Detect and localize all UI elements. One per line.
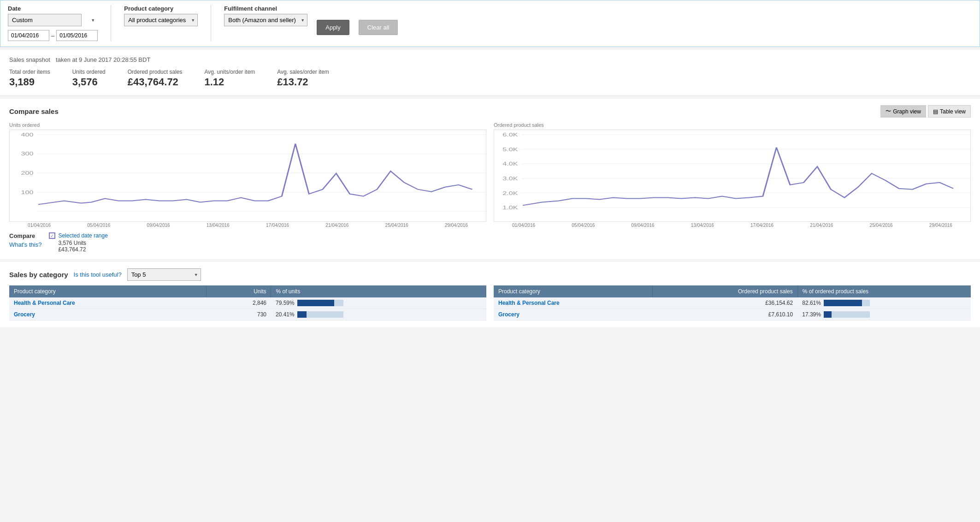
snapshot-section: Sales snapshot taken at 9 June 2017 20:2… — [0, 50, 980, 96]
units-cell: 2,846 — [207, 297, 271, 309]
category-link[interactable]: Grocery — [498, 311, 520, 318]
svg-text:300: 300 — [21, 151, 34, 157]
bar-background — [297, 300, 343, 306]
legend-sales: £43,764.72 — [58, 246, 107, 253]
bar-background — [824, 300, 870, 306]
units-chart-svg: 400 300 200 100 — [10, 130, 486, 221]
clear-all-button[interactable]: Clear all — [359, 20, 398, 35]
metric-label-ordered-product-sales: Ordered product sales — [128, 69, 183, 75]
svg-text:4.0K: 4.0K — [502, 161, 518, 167]
top-dropdown-wrapper[interactable]: Top 5 Top 10 — [127, 268, 201, 281]
metric-avg-units: Avg. units/order item 1.12 — [204, 69, 255, 88]
legend-label-link[interactable]: Selected date range — [58, 232, 107, 239]
compare-label: Compare — [9, 232, 41, 239]
table-row: Grocery 730 20.41% — [9, 309, 486, 320]
bar-fill — [824, 300, 862, 306]
snapshot-metrics: Total order items 3,189 Units ordered 3,… — [9, 69, 971, 88]
svg-text:3.0K: 3.0K — [502, 176, 518, 182]
bar-fill — [297, 300, 334, 306]
date-separator: – — [51, 32, 54, 39]
table-view-label: Table view — [940, 108, 966, 115]
metric-label-total-order-items: Total order items — [9, 69, 50, 75]
bar-background — [297, 311, 343, 318]
units-chart-x-axis: 01/04/2016 05/04/2016 09/04/2016 13/04/2… — [9, 222, 486, 228]
category-cell: Health & Personal Care — [494, 297, 652, 309]
metric-units-ordered: Units ordered 3,576 — [72, 69, 106, 88]
compare-left-legend: Compare What's this? ✓ Selected date ran… — [9, 232, 490, 253]
bar-background — [824, 311, 870, 318]
date-filter-group: Date Custom – — [8, 5, 98, 41]
metric-value-total-order-items: 3,189 — [9, 76, 50, 88]
metric-value-avg-sales: £13.72 — [277, 76, 329, 88]
category-link[interactable]: Health & Personal Care — [498, 300, 560, 306]
svg-text:100: 100 — [21, 189, 34, 195]
sales-chart-container: Ordered product sales 6.0K 5.0K 4.0K 3.0… — [494, 122, 971, 228]
table-view-button[interactable]: ▤ Table view — [928, 105, 971, 118]
metric-label-units-ordered: Units ordered — [72, 69, 106, 75]
metric-value-ordered-product-sales: £43,764.72 — [128, 76, 183, 88]
fulfilment-label: Fulfilment channel — [224, 5, 307, 12]
filter-divider-2 — [211, 5, 211, 41]
filter-bar: Date Custom – Product category All produ… — [0, 0, 980, 47]
metric-total-order-items: Total order items 3,189 — [9, 69, 50, 88]
date-label: Date — [8, 5, 98, 12]
sales-chart-x-axis: 01/04/2016 05/04/2016 09/04/2016 13/04/2… — [494, 222, 971, 228]
units-chart-area: 400 300 200 100 — [9, 130, 486, 222]
graph-view-icon: 〜 — [886, 107, 891, 115]
date-range-row: – — [8, 30, 98, 41]
date-start-input[interactable] — [8, 30, 49, 41]
svg-text:200: 200 — [21, 170, 34, 176]
sales-cell: £36,154.62 — [652, 297, 797, 309]
metric-label-avg-units: Avg. units/order item — [204, 69, 255, 75]
fulfilment-select-wrapper[interactable]: Both (Amazon and seller) — [224, 14, 307, 26]
svg-text:6.0K: 6.0K — [502, 132, 518, 138]
product-category-select[interactable]: All product categories — [124, 14, 198, 26]
apply-button[interactable]: Apply — [317, 20, 349, 35]
category-cell: Health & Personal Care — [9, 297, 207, 309]
category-link[interactable]: Health & Personal Care — [14, 300, 75, 306]
bar-fill — [297, 311, 307, 318]
table-row: Health & Personal Care £36,154.62 82.61% — [494, 297, 971, 309]
category-tables-row: Product category Units % of units Health… — [9, 285, 971, 320]
view-toggle: 〜 Graph view ▤ Table view — [880, 105, 971, 118]
units-category-table: Product category Units % of units Health… — [9, 285, 486, 320]
pct-cell: 17.39% — [797, 309, 971, 320]
legend-section: ✓ Selected date range 3,576 Units £43,76… — [49, 232, 107, 253]
units-cell: 730 — [207, 309, 271, 320]
metric-label-avg-sales: Avg. sales/order item — [277, 69, 329, 75]
graph-view-label: Graph view — [893, 108, 921, 115]
charts-row: Units ordered 400 300 200 100 — [9, 122, 971, 228]
category-link[interactable]: Grocery — [14, 311, 35, 318]
snapshot-title: Sales snapshot taken at 9 June 2017 20:2… — [9, 55, 971, 63]
pct-cell: 79.59% — [271, 297, 486, 309]
table-row: Grocery £7,610.10 17.39% — [494, 309, 971, 320]
sales-table-header-pct: % of ordered product sales — [797, 285, 971, 297]
units-table-header-units: Units — [207, 285, 271, 297]
sales-chart-axis-label: Ordered product sales — [494, 122, 971, 128]
sales-chart-area: 6.0K 5.0K 4.0K 3.0K 2.0K 1.0K — [494, 130, 971, 222]
fulfilment-select[interactable]: Both (Amazon and seller) — [224, 14, 307, 26]
whats-this-link[interactable]: What's this? — [9, 241, 41, 248]
units-table-header-category: Product category — [9, 285, 207, 297]
sales-table-header-sales: Ordered product sales — [652, 285, 797, 297]
date-end-input[interactable] — [56, 30, 98, 41]
useful-link[interactable]: Is this tool useful? — [74, 271, 122, 278]
svg-text:5.0K: 5.0K — [502, 146, 518, 152]
date-select[interactable]: Custom — [8, 14, 82, 26]
table-row: Health & Personal Care 2,846 79.59% — [9, 297, 486, 309]
pct-cell: 82.61% — [797, 297, 971, 309]
top-dropdown-select[interactable]: Top 5 Top 10 — [127, 268, 201, 281]
graph-view-button[interactable]: 〜 Graph view — [880, 105, 926, 118]
table-view-icon: ▤ — [933, 108, 938, 115]
units-ordered-chart-container: Units ordered 400 300 200 100 — [9, 122, 486, 228]
compare-header: Compare sales 〜 Graph view ▤ Table view — [9, 105, 971, 118]
date-select-wrapper[interactable]: Custom — [8, 14, 98, 26]
product-category-select-wrapper[interactable]: All product categories — [124, 14, 198, 26]
legend-stats: 3,576 Units £43,764.72 — [58, 240, 107, 253]
legend-checkbox: ✓ — [49, 232, 55, 239]
pct-cell: 20.41% — [271, 309, 486, 320]
compare-section: Compare sales 〜 Graph view ▤ Table view … — [0, 99, 980, 259]
bar-fill — [824, 311, 832, 318]
metric-value-avg-units: 1.12 — [204, 76, 255, 88]
compare-label-section: Compare What's this? — [9, 232, 41, 248]
